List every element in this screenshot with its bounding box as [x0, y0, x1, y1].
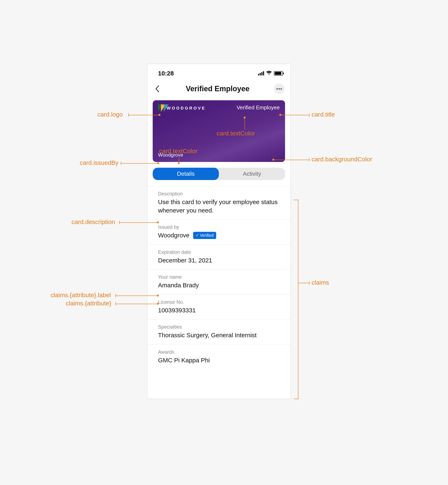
wifi-icon [266, 70, 272, 77]
annotation-line [115, 304, 157, 304]
description-label: Description [158, 191, 280, 197]
annotation-card-textcolor-2: card.textColor [159, 148, 198, 155]
tabs: Details Activity [153, 168, 285, 180]
expiration-label: Expiration date [158, 249, 280, 255]
specialties-label: Specialties [158, 324, 280, 330]
annotation-tick [309, 281, 310, 284]
details-list: Description Use this card to verify your… [147, 186, 290, 369]
annotation-bracket-cap [294, 200, 298, 200]
row-specialties: Specialties Thorassic Surgery, General I… [147, 319, 290, 345]
annotation-line [280, 115, 309, 115]
annotation-claims-attribute: claims.{attribute} [66, 300, 111, 307]
license-label: License No. [158, 299, 280, 305]
row-expiration: Expiration date December 31, 2021 [147, 245, 290, 270]
issued-by-value: Woodgrove [158, 231, 190, 240]
annotation-card-textcolor-1: card.textColor [216, 130, 255, 137]
check-icon: ✓ [196, 233, 199, 238]
name-value: Amanda Brady [158, 281, 280, 290]
annotation-line [298, 283, 309, 283]
verified-badge: ✓ Verified [193, 232, 216, 239]
expiration-value: December 31, 2021 [158, 256, 280, 265]
annotation-line [128, 115, 159, 115]
specialties-value: Thorassic Surgery, General Internist [158, 331, 280, 340]
card-title: Verified Employee [237, 104, 280, 111]
annotation-claims: claims [312, 279, 329, 286]
diagram-canvas: 10:28 Verified Employee ••• [0, 0, 448, 485]
annotation-dot [279, 114, 281, 116]
annotation-card-logo: card.logo [97, 111, 123, 118]
cellular-icon [258, 71, 264, 75]
status-icons [258, 70, 283, 77]
more-button[interactable]: ••• [274, 83, 285, 94]
annotation-card-backgroundcolor: card.backgroundColor [312, 156, 372, 163]
annotation-dot [157, 303, 159, 305]
tab-details[interactable]: Details [153, 168, 219, 180]
phone-frame: 10:28 Verified Employee ••• [147, 64, 291, 399]
annotation-card-issuedby: card.issuedBy [80, 159, 118, 166]
annotation-line [273, 160, 309, 160]
annotation-dot [157, 294, 159, 296]
awards-value: GMC Pi Kappa Phi [158, 356, 280, 365]
card-logo: WOODGROVE [158, 104, 206, 112]
annotation-dot [157, 221, 159, 223]
row-issued-by: Issued by Woodgrove ✓ Verified [147, 220, 290, 245]
annotation-tick [309, 113, 310, 117]
annotation-card-description: card.description [72, 218, 115, 225]
annotation-bracket [298, 200, 298, 399]
annotation-dot [178, 162, 180, 164]
annotation-tick [128, 113, 129, 117]
back-button[interactable] [153, 85, 161, 93]
issued-by-label: Issued by [158, 224, 280, 230]
annotation-bracket-cap [294, 399, 298, 399]
row-awards: Awards GMC Pi Kappa Phi [147, 345, 290, 369]
annotation-tick [309, 158, 310, 161]
annotation-line [179, 155, 179, 163]
description-value: Use this card to verify your employee st… [158, 198, 280, 215]
status-time: 10:28 [158, 70, 174, 77]
page-header: Verified Employee ••• [147, 79, 290, 98]
row-name: Your name Amanda Brady [147, 270, 290, 295]
annotation-tick [115, 294, 116, 297]
annotation-line [119, 222, 157, 223]
annotation-line [245, 118, 245, 129]
annotation-card-title: card.title [312, 111, 335, 118]
annotation-dot [159, 114, 160, 116]
annotation-dot [157, 162, 159, 164]
annotation-dot [272, 159, 274, 161]
battery-icon [274, 71, 283, 76]
license-value: 10039393331 [158, 306, 280, 315]
annotation-line [115, 295, 157, 296]
annotation-tick [115, 302, 116, 305]
annotation-claims-attribute-label: claims.{attribute}.label [51, 292, 111, 299]
name-label: Your name [158, 274, 280, 280]
card-logo-text: WOODGROVE [167, 106, 206, 111]
tab-activity[interactable]: Activity [219, 168, 285, 180]
annotation-tick [119, 221, 120, 224]
awards-label: Awards [158, 349, 280, 355]
verified-badge-label: Verified [200, 233, 214, 238]
status-bar: 10:28 [147, 64, 290, 79]
annotation-dot [244, 117, 246, 119]
row-description: Description Use this card to verify your… [147, 186, 290, 220]
row-license: License No. 10039393331 [147, 295, 290, 320]
annotation-line [121, 163, 158, 164]
annotation-tick [121, 161, 121, 165]
page-title: Verified Employee [161, 84, 274, 93]
